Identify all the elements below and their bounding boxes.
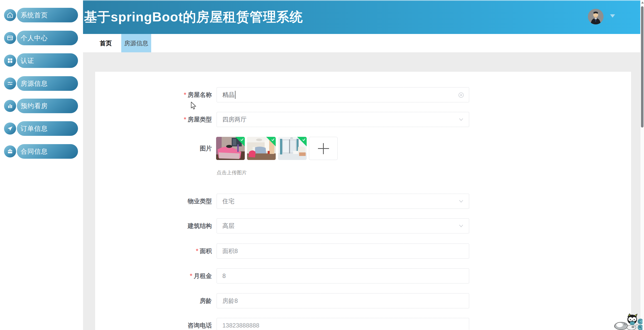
content-area: *房屋名称 精品 *房屋类型 四房两厅	[83, 52, 640, 330]
sidebar-item-label: 系统首页	[21, 11, 48, 20]
sidebar-item-profile[interactable]: 个人中心	[0, 31, 83, 45]
vertical-scrollbar	[640, 0, 644, 330]
sidebar-item-home[interactable]: 系统首页	[0, 8, 83, 22]
sliders-icon[interactable]	[4, 77, 16, 90]
check-icon	[302, 138, 306, 142]
upload-list	[216, 137, 338, 160]
uploaded-image-1[interactable]	[216, 137, 245, 160]
form-row-house-type: *房屋类型 四房两厅	[95, 112, 631, 127]
sidebar-item-listings[interactable]: 房源信息	[0, 76, 83, 91]
scrollbar-up-arrow[interactable]	[641, 2, 644, 4]
house-name-input[interactable]: 精品	[217, 87, 469, 102]
chevron-down-icon	[459, 118, 463, 121]
tab-listings[interactable]: 房源信息	[121, 34, 151, 52]
form-row-structure: 建筑结构 高层	[95, 218, 631, 233]
field-label: *面积	[95, 243, 212, 259]
id-card-icon[interactable]	[4, 32, 16, 44]
tab-home[interactable]: 首页	[91, 34, 120, 52]
sidebar-item-appointments[interactable]: 预约看房	[0, 99, 83, 113]
sidebar: 系统首页 个人中心 认证 房源信息 预约看房	[0, 0, 83, 330]
caret-down-icon[interactable]	[610, 14, 615, 18]
bar-chart-icon[interactable]	[4, 100, 16, 112]
property-type-select[interactable]: 住宅	[217, 194, 469, 209]
field-label: 物业类型	[95, 194, 212, 209]
header: 基于springBoot的房屋租赁管理系统	[83, 0, 644, 34]
form-row-house-name: *房屋名称 精品	[95, 87, 631, 102]
house-type-select[interactable]: 四房两厅	[217, 112, 469, 127]
sidebar-item-orders[interactable]: 订单信息	[0, 121, 83, 136]
mascot-button-1	[638, 319, 642, 324]
uploaded-image-3[interactable]	[278, 137, 307, 160]
scrollbar-thumb[interactable]	[641, 6, 643, 128]
field-label: 房龄	[95, 293, 212, 308]
field-label: 图片	[95, 141, 212, 156]
chevron-down-icon	[459, 224, 463, 228]
uploaded-image-2[interactable]	[247, 137, 276, 160]
tab-bar: 首页 房源信息	[83, 34, 640, 52]
form-row-images: 图片	[95, 141, 631, 156]
avatar[interactable]	[588, 9, 603, 24]
clear-icon[interactable]	[458, 92, 464, 98]
sidebar-item-label: 预约看房	[21, 102, 48, 110]
page-title: 基于springBoot的房屋租赁管理系统	[84, 0, 303, 34]
sidebar-item-label: 合同信息	[21, 147, 48, 156]
chevron-down-icon	[459, 199, 463, 203]
sidebar-item-contracts[interactable]: 合同信息	[0, 144, 83, 159]
form-row-phone: 咨询电话 13823888888	[95, 318, 631, 330]
form-row-property-type: 物业类型 住宅	[95, 194, 631, 209]
field-label: 咨询电话	[95, 318, 212, 330]
briefcase-icon[interactable]	[4, 145, 16, 157]
field-label: *月租金	[95, 268, 212, 283]
form-row-age: 房龄 房龄8	[95, 293, 631, 308]
form-row-area: *面积 面积8	[95, 243, 631, 259]
upload-tip: 点击上传图片	[217, 169, 247, 176]
home-icon[interactable]	[4, 9, 16, 21]
field-label: *房屋类型	[95, 112, 212, 127]
check-icon	[271, 138, 275, 142]
field-label: 建筑结构	[95, 218, 212, 233]
check-icon	[240, 138, 244, 142]
avatar-photo	[588, 9, 603, 24]
send-icon[interactable]	[4, 122, 16, 135]
cat-mascot[interactable]	[614, 313, 642, 330]
sidebar-item-label: 认证	[21, 56, 34, 65]
sidebar-item-label: 个人中心	[21, 34, 48, 43]
area-input[interactable]: 面积8	[217, 243, 469, 259]
upload-add-button[interactable]	[309, 137, 338, 160]
phone-input[interactable]: 13823888888	[217, 318, 469, 330]
structure-select[interactable]: 高层	[217, 218, 469, 233]
form-row-rent: *月租金 8	[95, 268, 631, 283]
text-caret	[235, 91, 235, 99]
plus-icon	[323, 143, 324, 154]
sidebar-item-label: 房源信息	[21, 79, 48, 88]
rent-input[interactable]: 8	[217, 268, 469, 283]
form-card: *房屋名称 精品 *房屋类型 四房两厅	[95, 71, 631, 330]
age-input[interactable]: 房龄8	[217, 293, 469, 308]
grid-icon[interactable]	[4, 55, 16, 67]
page: 系统首页 个人中心 认证 房源信息 预约看房	[0, 0, 644, 330]
sidebar-item-label: 订单信息	[21, 124, 48, 133]
field-label: *房屋名称	[95, 87, 212, 102]
sidebar-item-auth[interactable]: 认证	[0, 53, 83, 68]
